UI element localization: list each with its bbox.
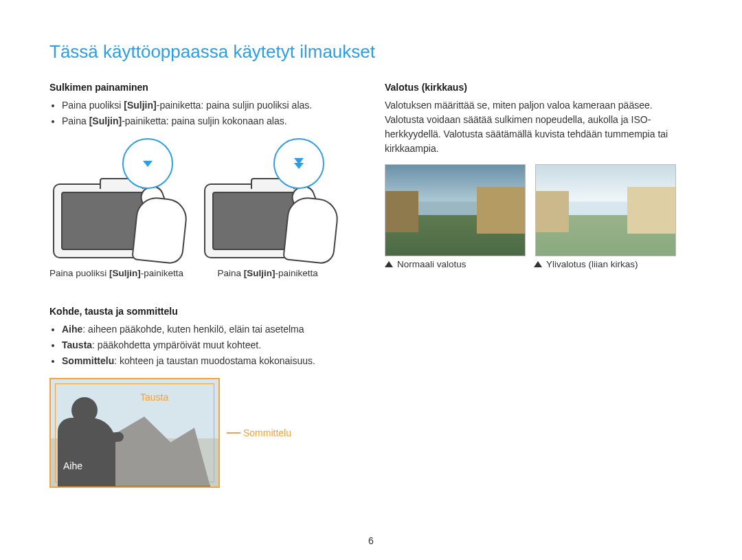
text: Normaali valotus (397, 259, 466, 269)
text-bold: Sommittelu (62, 355, 114, 366)
exposure-body: Valotuksen määrittää se, miten paljon va… (385, 98, 693, 156)
label-aihe: Aihe (63, 460, 82, 471)
hand-illustration (120, 180, 186, 262)
shutter-illustration-row: Paina puoliksi [Suljin]-painiketta (49, 138, 357, 278)
caption-normal: Normaali valotus (385, 259, 524, 269)
text: : aiheen pääkohde, kuten henkilö, eläin … (82, 324, 304, 335)
text-bold: [Suljin] (244, 268, 276, 278)
shutter-full-press: Paina [Suljin]-painiketta (204, 138, 331, 278)
composition-figure-wrap: Tausta Aihe Sommittelu (49, 378, 357, 488)
shutter-half-figure (53, 138, 180, 265)
page-title: Tässä käyttöoppaassa käytetyt ilmaukset (49, 41, 693, 63)
shutter-full-figure (204, 138, 331, 265)
press-indicator-circle (273, 138, 324, 189)
composition-bullets: Aihe: aiheen pääkohde, kuten henkilö, el… (49, 322, 357, 368)
composition-figure: Tausta Aihe (49, 378, 220, 488)
composition-bullet-tausta: Tausta: pääkohdetta ympäröivät muut koht… (62, 338, 357, 352)
shutter-full-caption: Paina [Suljin]-painiketta (217, 268, 317, 278)
text-bold: [Suljin] (89, 115, 122, 126)
text-bold: [Suljin] (124, 100, 156, 111)
leader-line (227, 432, 240, 434)
manual-page: Tässä käyttöoppaassa käytetyt ilmaukset … (0, 0, 742, 488)
composition-bullet-aihe: Aihe: aiheen pääkohde, kuten henkilö, el… (62, 322, 357, 337)
exposure-heading: Valotus (kirkkaus) (385, 82, 693, 93)
text: -painiketta (275, 268, 317, 278)
text: -painiketta (141, 268, 183, 278)
text: Ylivalotus (liian kirkas) (546, 259, 638, 269)
triangle-up-icon (385, 261, 393, 267)
shutter-half-press: Paina puoliksi [Suljin]-painiketta (49, 138, 183, 278)
text: Sommittelu (243, 427, 291, 438)
label-sommittelu: Sommittelu (227, 427, 291, 438)
triangle-up-icon (534, 261, 542, 267)
arrow-down-double-icon (294, 158, 304, 169)
caption-over: Ylivalotus (liian kirkas) (534, 259, 673, 269)
composition-bullet-sommittelu: Sommittelu: kohteen ja taustan muodostam… (62, 354, 357, 368)
exposure-captions: Normaali valotus Ylivalotus (liian kirka… (385, 259, 693, 269)
text: Paina puoliksi (49, 268, 109, 278)
right-column: Valotus (kirkkaus) Valotuksen määrittää … (385, 82, 693, 488)
shutter-bullets: Paina puoliksi [Suljin]-painiketta: pain… (49, 98, 357, 128)
shutter-bullet-2: Paina [Suljin]-painiketta: paina suljin … (62, 114, 357, 128)
page-number: 6 (0, 535, 742, 546)
arrow-down-single-icon (143, 161, 153, 167)
shutter-half-caption: Paina puoliksi [Suljin]-painiketta (49, 268, 183, 278)
press-indicator-circle (122, 138, 173, 189)
exposure-photos (385, 164, 693, 256)
photo-over-exposure (535, 164, 676, 256)
shutter-heading: Sulkimen painaminen (49, 82, 357, 93)
text: : kohteen ja taustan muodostama kokonais… (114, 355, 315, 366)
shutter-bullet-1: Paina puoliksi [Suljin]-painiketta: pain… (62, 98, 357, 113)
person-silhouette (56, 397, 117, 486)
composition-heading: Kohde, tausta ja sommittelu (49, 306, 357, 317)
text: -painiketta: paina suljin kokonaan alas. (122, 115, 287, 126)
text-bold: Aihe (62, 324, 82, 335)
label-tausta: Tausta (140, 392, 168, 403)
text: Paina (62, 115, 89, 126)
text: Paina (217, 268, 243, 278)
left-column: Sulkimen painaminen Paina puoliksi [Sulj… (49, 82, 357, 488)
text: Paina puoliksi (62, 100, 124, 111)
text: : pääkohdetta ympäröivät muut kohteet. (92, 339, 261, 350)
hand-illustration (271, 180, 337, 262)
photo-normal-exposure (385, 164, 526, 256)
text: -painiketta: paina suljin puoliksi alas. (157, 100, 312, 111)
text-bold: Tausta (62, 339, 92, 350)
text-bold: [Suljin] (109, 268, 141, 278)
content-columns: Sulkimen painaminen Paina puoliksi [Sulj… (49, 82, 693, 488)
